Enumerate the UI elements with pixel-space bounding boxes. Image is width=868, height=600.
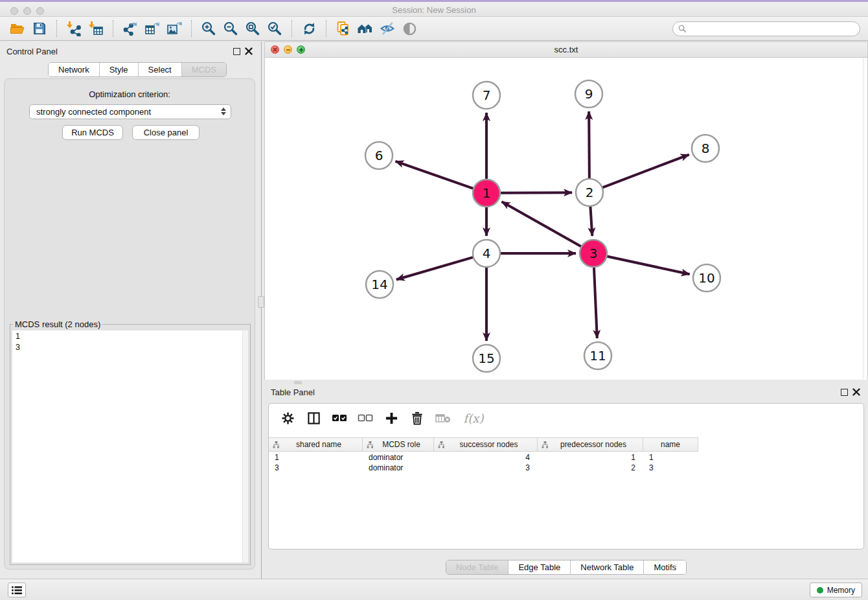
network-graph: 1234678910111415 xyxy=(265,58,867,380)
main-toolbar xyxy=(0,17,868,41)
graph-node-14[interactable]: 14 xyxy=(366,271,393,298)
column-header-MCDS-role[interactable]: MCDS role xyxy=(363,438,434,451)
tab-select[interactable]: Select xyxy=(138,63,181,76)
svg-text:15: 15 xyxy=(478,351,494,366)
cell-successor-nodes[interactable]: 3 xyxy=(434,463,538,473)
clear-table-icon[interactable] xyxy=(433,410,453,426)
graph-node-8[interactable]: 8 xyxy=(692,135,719,162)
vertical-splitter[interactable] xyxy=(261,41,262,579)
toggle-columns-icon[interactable] xyxy=(304,410,323,426)
import-network-icon[interactable] xyxy=(63,19,85,38)
tab-motifs[interactable]: Motifs xyxy=(643,560,686,574)
hide-selected-icon[interactable] xyxy=(376,19,398,38)
network-canvas[interactable]: 1234678910111415 xyxy=(265,58,867,380)
column-header-successor-nodes[interactable]: successor nodes xyxy=(434,438,538,451)
graph-node-6[interactable]: 6 xyxy=(365,142,393,169)
save-icon[interactable] xyxy=(29,19,51,38)
delete-rows-icon[interactable] xyxy=(407,410,427,426)
graph-node-3[interactable]: 3 xyxy=(580,240,607,267)
task-history-button[interactable] xyxy=(8,583,26,597)
svg-text:6: 6 xyxy=(375,148,383,163)
graph-edge-3-1[interactable] xyxy=(502,202,582,246)
select-all-icon[interactable] xyxy=(330,410,349,426)
import-table-icon[interactable] xyxy=(85,19,107,38)
graph-node-7[interactable]: 7 xyxy=(473,82,500,109)
tab-network-table[interactable]: Network Table xyxy=(570,560,643,574)
cell-name[interactable]: 1 xyxy=(643,452,698,463)
memory-button[interactable]: Memory xyxy=(810,583,862,597)
cell-successor-nodes[interactable]: 4 xyxy=(434,452,538,463)
column-header-predecessor-nodes[interactable]: predecessor nodes xyxy=(538,438,643,451)
graph-edge-1-6[interactable] xyxy=(395,161,474,189)
graph-node-4[interactable]: 4 xyxy=(473,240,500,267)
result-scrollbar[interactable] xyxy=(242,330,248,562)
tab-edge-table[interactable]: Edge Table xyxy=(508,560,570,574)
tab-mcds[interactable]: MCDS xyxy=(181,63,226,76)
graph-node-10[interactable]: 10 xyxy=(693,264,720,292)
graph-edge-2-3[interactable] xyxy=(590,206,592,236)
criterion-select[interactable]: strongly connected component xyxy=(29,104,231,119)
column-header-shared-name[interactable]: shared name xyxy=(269,438,363,451)
graph-edge-4-14[interactable] xyxy=(396,257,474,280)
graph-edge-2-8[interactable] xyxy=(602,155,689,188)
graph-node-2[interactable]: 2 xyxy=(576,179,603,206)
tab-network[interactable]: Network xyxy=(49,63,99,76)
criterion-value: strongly connected component xyxy=(36,107,151,117)
mcds-result-textarea[interactable]: 1 3 xyxy=(12,330,248,562)
zoom-fit-icon[interactable] xyxy=(242,19,264,38)
cell-shared-name[interactable]: 1 xyxy=(269,452,363,463)
horizontal-splitter-handle[interactable] xyxy=(294,381,302,384)
zoom-out-icon[interactable] xyxy=(220,19,242,38)
graph-edge-3-11[interactable] xyxy=(594,267,597,338)
table-panel-title: Table Panel xyxy=(271,387,315,397)
export-network-icon[interactable] xyxy=(119,19,141,38)
open-icon[interactable] xyxy=(6,19,29,38)
show-all-icon[interactable] xyxy=(398,19,420,38)
graph-edge-3-10[interactable] xyxy=(607,256,690,274)
graph-edge-2-9[interactable] xyxy=(589,111,589,179)
graph-edge-1-2[interactable] xyxy=(500,192,572,193)
tab-style[interactable]: Style xyxy=(99,63,138,76)
graph-node-1[interactable]: 1 xyxy=(473,179,500,207)
zoom-selected-icon[interactable] xyxy=(264,19,286,38)
refresh-icon[interactable] xyxy=(298,19,320,38)
cell-predecessor-nodes[interactable]: 1 xyxy=(538,452,643,463)
zoom-in-icon[interactable] xyxy=(198,19,220,38)
add-row-icon[interactable] xyxy=(382,410,401,426)
close-panel-button[interactable]: Close panel xyxy=(132,125,200,140)
splitter-handle[interactable] xyxy=(258,296,264,308)
search-field[interactable] xyxy=(672,21,860,36)
table-row[interactable]: 3dominator323 xyxy=(269,463,863,473)
float-panel-icon[interactable] xyxy=(233,48,240,55)
search-input[interactable] xyxy=(690,25,860,34)
export-image-icon[interactable] xyxy=(163,19,185,38)
network-scrollbar[interactable] xyxy=(863,58,867,379)
table-row[interactable]: 1dominator411 xyxy=(269,452,863,463)
float-table-panel-icon[interactable] xyxy=(841,389,848,396)
column-header-name[interactable]: name xyxy=(643,438,698,451)
tab-node-table[interactable]: Node Table xyxy=(446,560,508,574)
memory-label: Memory xyxy=(827,586,855,595)
cell-shared-name[interactable]: 3 xyxy=(269,463,363,473)
settings-gear-icon[interactable] xyxy=(278,410,297,426)
cell-name[interactable]: 3 xyxy=(643,463,698,473)
unselect-all-icon[interactable] xyxy=(356,410,375,426)
close-panel-icon[interactable] xyxy=(245,47,253,55)
run-mcds-button[interactable]: Run MCDS xyxy=(62,125,123,140)
svg-text:14: 14 xyxy=(371,277,387,292)
table-body: 1dominator4113dominator323 xyxy=(269,452,863,473)
cell-predecessor-nodes[interactable]: 2 xyxy=(538,463,643,473)
export-table-icon[interactable] xyxy=(141,19,163,38)
clone-network-icon[interactable] xyxy=(332,19,354,38)
network-window-titlebar[interactable]: scc.txt xyxy=(265,42,867,58)
graph-node-11[interactable]: 11 xyxy=(584,342,611,369)
first-neighbors-icon[interactable] xyxy=(354,19,376,38)
close-table-panel-icon[interactable] xyxy=(852,388,860,396)
graph-node-15[interactable]: 15 xyxy=(473,345,500,372)
svg-text:8: 8 xyxy=(702,141,710,156)
status-bar: Memory xyxy=(0,579,868,600)
graph-node-9[interactable]: 9 xyxy=(575,80,602,108)
cell-MCDS-role[interactable]: dominator xyxy=(363,452,434,463)
cell-MCDS-role[interactable]: dominator xyxy=(363,463,434,473)
function-builder-icon[interactable]: f(x) xyxy=(459,410,488,426)
